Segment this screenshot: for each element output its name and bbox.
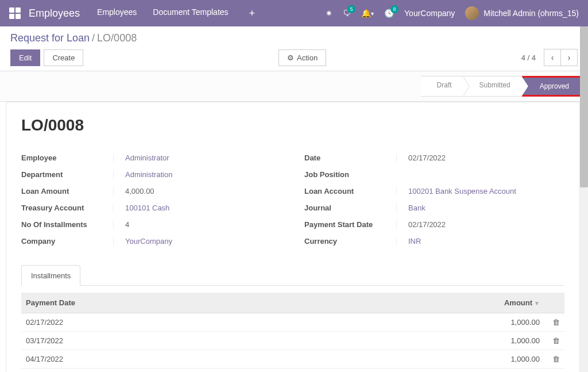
notifications-icon[interactable]: 🔔 ▾ <box>361 9 374 18</box>
create-button[interactable]: Create <box>44 49 83 66</box>
delete-icon[interactable]: 🗑 <box>552 336 560 345</box>
pager-count: 4 / 4 <box>521 53 536 62</box>
col-payment-date[interactable]: Payment Date <box>21 293 318 313</box>
label-treasury: Treasury Account <box>21 204 113 212</box>
sort-icon: ▼ <box>534 300 540 306</box>
nav-right: ✷ 🗨5 🔔 ▾ 🕓8 YourCompany Mitchell Admin (… <box>326 6 579 20</box>
tab-installments[interactable]: Installments <box>21 265 80 286</box>
debug-icon[interactable]: ✷ <box>326 9 332 18</box>
value-treasury[interactable]: 100101 Cash <box>113 204 169 212</box>
tabs: Installments <box>21 264 564 286</box>
status-highlight: Approved <box>522 76 582 97</box>
value-currency[interactable]: INR <box>396 237 421 246</box>
value-loan-account[interactable]: 100201 Bank Suspense Account <box>396 187 516 195</box>
avatar <box>465 6 479 20</box>
label-loan-account: Loan Account <box>304 187 396 195</box>
value-company[interactable]: YourCompany <box>113 237 172 246</box>
cell-date: 02/17/2022 <box>21 313 318 332</box>
menu-employees[interactable]: Employees <box>97 7 137 20</box>
breadcrumb: Request for Loan/LO/0008 <box>10 32 578 44</box>
cell-amount: 1,000.00 <box>318 313 544 332</box>
nav-menu: Employees Document Templates + <box>97 7 326 20</box>
value-date: 02/17/2022 <box>396 154 446 162</box>
cell-amount: 1,000.00 <box>318 332 544 350</box>
activities-icon[interactable]: 🕓8 <box>384 9 394 18</box>
value-employee[interactable]: Administrator <box>113 154 169 162</box>
cell-date: 04/17/2022 <box>21 350 318 369</box>
label-company: Company <box>21 237 113 246</box>
form-col-right: Date02/17/2022 Job Position Loan Account… <box>304 149 564 250</box>
company-switcher[interactable]: YourCompany <box>404 9 455 18</box>
col-actions <box>544 293 564 313</box>
form-grid: EmployeeAdministrator DepartmentAdminist… <box>21 149 564 250</box>
action-dropdown[interactable]: ⚙Action <box>278 49 326 66</box>
menu-doc-templates[interactable]: Document Templates <box>153 7 228 20</box>
table-row[interactable]: 03/17/2022 1,000.00 🗑 <box>21 332 564 350</box>
cell-amount: 1,000.00 <box>318 350 544 369</box>
label-date: Date <box>304 154 396 162</box>
user-menu[interactable]: Mitchell Admin (ohrms_15) <box>465 6 579 20</box>
pager-next[interactable]: › <box>560 49 578 66</box>
record-title: LO/0008 <box>21 116 564 135</box>
delete-icon[interactable]: 🗑 <box>552 355 560 363</box>
label-journal: Journal <box>304 204 396 212</box>
label-job: Job Position <box>304 170 396 179</box>
table-row[interactable]: 02/17/2022 1,000.00 🗑 <box>21 313 564 332</box>
label-employee: Employee <box>21 154 113 162</box>
value-loan-amount: 4,000.00 <box>113 187 154 195</box>
messages-icon[interactable]: 🗨5 <box>343 9 351 18</box>
form-buttons: Edit Create <box>10 49 83 66</box>
col-amount[interactable]: Amount▼ <box>318 293 544 313</box>
installments-table: Payment Date Amount▼ 02/17/2022 1,000.00… <box>21 293 564 369</box>
app-name[interactable]: Employees <box>29 7 80 20</box>
table-row[interactable]: 04/17/2022 1,000.00 🗑 <box>21 350 564 369</box>
activities-badge: 8 <box>390 5 399 13</box>
status-bar: Draft Submitted Approved <box>421 76 582 97</box>
breadcrumb-parent[interactable]: Request for Loan <box>10 32 90 44</box>
label-installments: No Of Installments <box>21 220 113 229</box>
edit-button[interactable]: Edit <box>10 49 40 66</box>
user-name: Mitchell Admin (ohrms_15) <box>483 9 579 18</box>
messages-badge: 5 <box>347 5 355 13</box>
value-installments: 4 <box>113 220 129 229</box>
scrollbar-vertical[interactable] <box>580 26 588 372</box>
delete-icon[interactable]: 🗑 <box>552 318 560 327</box>
status-submitted[interactable]: Submitted <box>463 76 522 97</box>
apps-menu-icon[interactable] <box>9 7 21 19</box>
label-loan-amount: Loan Amount <box>21 187 113 195</box>
form-col-left: EmployeeAdministrator DepartmentAdminist… <box>21 149 281 250</box>
pager: 4 / 4 ‹ › <box>521 49 578 66</box>
cell-date: 03/17/2022 <box>21 332 318 350</box>
breadcrumb-current: LO/0008 <box>97 32 137 44</box>
menu-add-icon[interactable]: + <box>249 7 256 20</box>
status-draft[interactable]: Draft <box>421 76 463 97</box>
label-department: Department <box>21 170 113 179</box>
form-sheet: LO/0008 EmployeeAdministrator Department… <box>6 102 580 372</box>
pager-prev[interactable]: ‹ <box>544 49 561 66</box>
navbar: Employees Employees Document Templates +… <box>0 0 588 26</box>
gear-icon: ⚙ <box>287 53 294 62</box>
status-approved[interactable]: Approved <box>524 78 581 95</box>
status-bar-row: Draft Submitted Approved <box>0 71 588 102</box>
value-department[interactable]: Administration <box>113 170 172 179</box>
control-panel: Request for Loan/LO/0008 Edit Create ⚙Ac… <box>0 26 588 71</box>
label-currency: Currency <box>304 237 396 246</box>
breadcrumb-sep: / <box>92 32 95 44</box>
scrollbar-thumb[interactable] <box>580 26 588 187</box>
value-journal[interactable]: Bank <box>396 204 425 212</box>
value-pay-start: 02/17/2022 <box>396 220 446 229</box>
label-pay-start: Payment Start Date <box>304 220 396 229</box>
